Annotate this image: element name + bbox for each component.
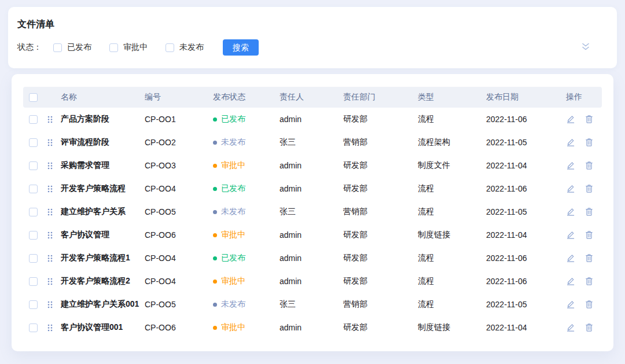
delete-icon[interactable]: [584, 253, 594, 263]
file-name: 开发客户策略流程1: [61, 253, 145, 263]
col-header-dept: 责任部门: [343, 92, 418, 102]
table-row: 建立维护客户关系001 CP-OO5 未发布 张三 营销部 流程 2022-11…: [23, 293, 602, 316]
row-checkbox[interactable]: [29, 323, 38, 332]
publish-status: 审批中: [213, 276, 280, 286]
publish-status: 未发布: [213, 207, 280, 217]
status-dot-icon: [213, 141, 217, 145]
row-checkbox[interactable]: [29, 208, 38, 216]
status-text: 已发布: [221, 253, 245, 263]
table-row: 产品方案阶段 CP-OO1 已发布 admin 研发部 流程 2022-11-0…: [23, 108, 602, 131]
status-dot-icon: [213, 164, 217, 168]
publish-status: 已发布: [213, 183, 280, 194]
edit-icon[interactable]: [566, 300, 575, 309]
col-header-status: 发布状态: [213, 92, 280, 102]
delete-icon[interactable]: [584, 138, 594, 147]
edit-icon[interactable]: [566, 323, 575, 332]
table-row: 建立维护客户关系 CP-OO5 未发布 张三 营销部 流程 2022-11-05: [23, 200, 602, 223]
checkbox-published-label: 已发布: [67, 42, 91, 53]
row-checkbox[interactable]: [29, 161, 38, 170]
publish-status: 审批中: [213, 322, 280, 333]
table-header-row: 名称 编号 发布状态 责任人 责任部门 类型 发布日期 操作: [23, 87, 602, 108]
edit-icon[interactable]: [566, 230, 575, 240]
edit-icon[interactable]: [566, 161, 575, 170]
drag-handle-icon[interactable]: [47, 139, 53, 146]
delete-icon[interactable]: [584, 161, 594, 170]
publish-date: 2022-11-06: [486, 184, 566, 193]
edit-icon[interactable]: [566, 277, 575, 286]
status-filter-unpublished[interactable]: 未发布: [166, 42, 204, 53]
drag-handle-icon[interactable]: [47, 301, 53, 308]
department: 研发部: [343, 183, 418, 194]
status-filter-reviewing[interactable]: 审批中: [109, 42, 148, 53]
select-all-checkbox[interactable]: [29, 93, 38, 102]
file-code: CP-OO5: [145, 207, 213, 216]
file-name: 客户协议管理001: [61, 322, 145, 333]
status-filter-row: 状态： 已发布 审批中 未发布 搜索: [17, 39, 608, 56]
file-code: CP-OO1: [145, 115, 213, 124]
status-dot-icon: [213, 210, 217, 214]
edit-icon[interactable]: [566, 207, 575, 216]
delete-icon[interactable]: [584, 300, 594, 309]
drag-handle-icon[interactable]: [47, 231, 53, 239]
row-checkbox[interactable]: [29, 254, 38, 263]
status-dot-icon: [213, 256, 217, 260]
owner: admin: [280, 230, 343, 240]
checkbox-published[interactable]: [53, 43, 62, 52]
owner: 张三: [280, 137, 343, 148]
delete-icon[interactable]: [584, 184, 594, 193]
publish-status: 已发布: [213, 114, 280, 124]
checkbox-reviewing-label: 审批中: [123, 42, 148, 53]
file-name: 采购需求管理: [61, 160, 145, 171]
department: 研发部: [343, 230, 418, 240]
status-dot-icon: [213, 326, 217, 330]
file-type: 流程: [418, 207, 486, 217]
file-name: 评审流程阶段: [61, 137, 145, 148]
table-row: 开发客户策略流程2 CP-OO4 审批中 admin 研发部 流程 2022-1…: [23, 270, 602, 293]
edit-icon[interactable]: [566, 138, 575, 147]
checkbox-unpublished[interactable]: [166, 43, 174, 52]
delete-icon[interactable]: [584, 277, 594, 286]
department: 研发部: [343, 322, 418, 333]
edit-icon[interactable]: [566, 115, 575, 124]
delete-icon[interactable]: [584, 207, 594, 216]
drag-handle-icon[interactable]: [47, 162, 53, 170]
publish-status: 审批中: [213, 160, 280, 171]
table-row: 采购需求管理 CP-OO3 审批中 admin 研发部 制度文件 2022-11…: [23, 154, 602, 177]
file-type: 制度文件: [418, 160, 486, 171]
double-chevron-down-icon[interactable]: [580, 41, 591, 53]
department: 营销部: [343, 137, 418, 148]
status-filter-published[interactable]: 已发布: [53, 42, 91, 53]
delete-icon[interactable]: [584, 115, 594, 124]
publish-status: 已发布: [213, 253, 280, 263]
col-header-owner: 责任人: [280, 92, 343, 102]
row-checkbox[interactable]: [29, 277, 38, 286]
drag-handle-icon[interactable]: [47, 185, 53, 193]
drag-handle-icon[interactable]: [47, 116, 53, 123]
drag-handle-icon[interactable]: [47, 208, 53, 216]
drag-handle-icon[interactable]: [47, 255, 53, 262]
row-checkbox[interactable]: [29, 231, 38, 240]
row-checkbox[interactable]: [29, 300, 38, 309]
file-name: 开发客户策略流程: [61, 183, 145, 194]
search-button[interactable]: 搜索: [223, 39, 259, 56]
col-header-type: 类型: [418, 92, 486, 102]
edit-icon[interactable]: [566, 184, 575, 193]
edit-icon[interactable]: [566, 253, 575, 263]
publish-status: 未发布: [213, 137, 280, 148]
row-checkbox[interactable]: [29, 138, 38, 147]
publish-status: 审批中: [213, 230, 280, 240]
row-checkbox[interactable]: [29, 185, 38, 193]
delete-icon[interactable]: [584, 323, 594, 332]
status-text: 未发布: [221, 137, 245, 148]
checkbox-reviewing[interactable]: [109, 43, 118, 52]
owner: admin: [280, 323, 343, 332]
publish-date: 2022-11-04: [486, 230, 566, 240]
publish-date: 2022-11-05: [486, 138, 566, 147]
file-code: CP-OO5: [145, 300, 213, 309]
col-header-date: 发布日期: [486, 92, 566, 102]
row-checkbox[interactable]: [29, 115, 38, 124]
drag-handle-icon[interactable]: [47, 324, 53, 332]
delete-icon[interactable]: [584, 230, 594, 240]
file-type: 制度链接: [418, 322, 486, 333]
drag-handle-icon[interactable]: [47, 278, 53, 285]
